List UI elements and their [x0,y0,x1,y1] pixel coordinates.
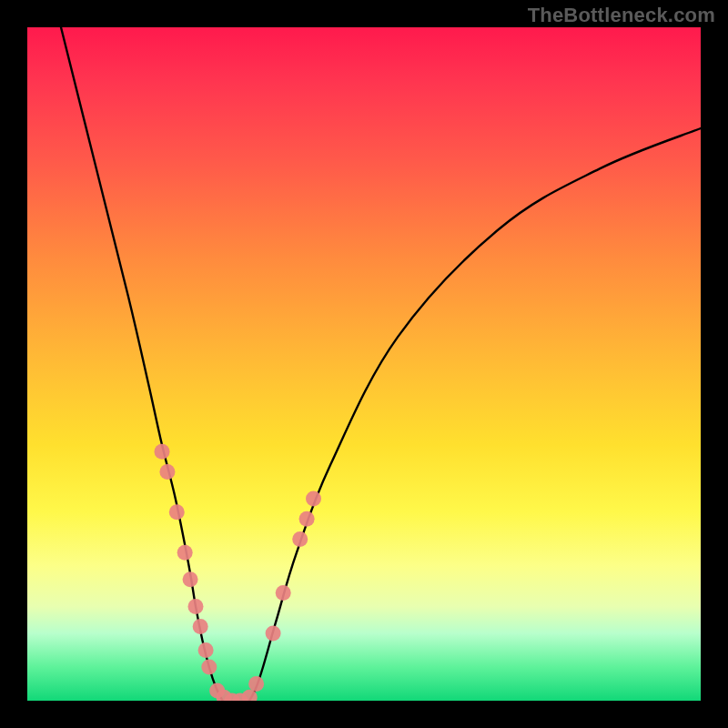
chart-svg [27,27,701,701]
data-marker [299,511,315,527]
data-marker [169,504,185,520]
data-marker [266,626,281,642]
plot-area [27,27,701,701]
data-marker [306,491,321,507]
data-marker [198,642,214,658]
data-marker [155,444,170,460]
data-marker [159,464,175,480]
data-marker [183,571,198,587]
watermark-text: TheBottleneck.com [528,4,715,27]
data-marker [292,531,308,547]
data-marker [201,660,217,675]
chart-frame: TheBottleneck.com [0,0,728,728]
curve-right-branch [249,128,701,701]
data-marker [177,545,193,561]
data-marker [276,585,291,601]
data-marker [193,619,208,634]
data-marker [188,599,204,614]
data-marker [248,676,264,692]
